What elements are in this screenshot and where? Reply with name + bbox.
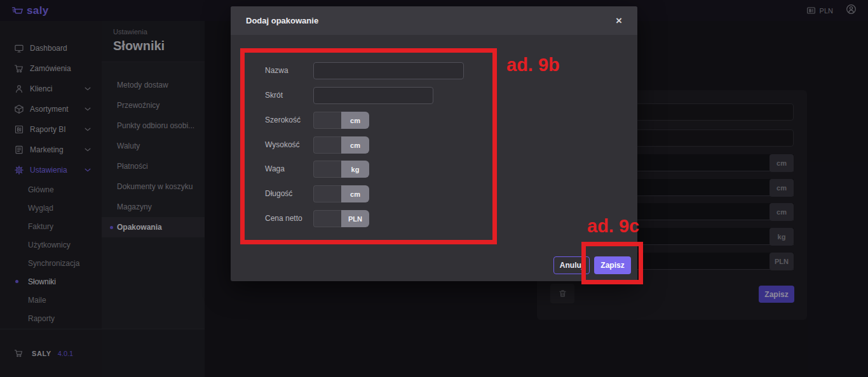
field-control: PLN [313,210,369,227]
field-label: Długość [265,185,292,202]
szerokosc-input[interactable] [313,112,341,129]
modal-field-wysokosc: Wysokośćcm [231,136,637,154]
modal-field-cena-netto: Cena nettoPLN [231,210,637,227]
waga-input[interactable] [313,161,341,178]
nazwa-input[interactable] [313,62,464,79]
skrot-input[interactable] [313,87,433,104]
add-packaging-modal: Dodaj opakowanie × NazwaSkrótSzerokośćcm… [231,6,637,281]
modal-close-icon[interactable]: × [616,15,622,26]
field-control: cm [313,112,369,129]
modal-field-szerokosc: Szerokośćcm [231,112,637,129]
unit-badge: cm [341,112,369,129]
cena-netto-input[interactable] [313,210,341,227]
modal-field-waga: Wagakg [231,161,637,178]
wysokosc-input[interactable] [313,136,341,154]
modal-field-dlugosc: Długośćcm [231,185,637,202]
unit-badge: kg [341,161,369,178]
save-button[interactable]: Zapisz [594,256,631,274]
field-label: Cena netto [265,210,302,227]
field-label: Wysokość [265,136,300,154]
field-label: Skrót [265,87,283,104]
unit-badge: cm [341,185,369,202]
field-control: kg [313,161,369,178]
field-label: Szerokość [265,112,301,129]
modal-field-skrot: Skrót [231,87,637,104]
unit-badge: PLN [341,210,369,227]
unit-badge: cm [341,136,369,154]
field-control: cm [313,185,369,202]
field-control [313,62,464,79]
dlugosc-input[interactable] [313,185,341,202]
field-control [313,87,433,104]
field-label: Waga [265,161,285,178]
field-control: cm [313,136,369,154]
modal-field-nazwa: Nazwa [231,62,637,79]
app-root: saly PLN DashboardZamówieniaKlienciAsort… [0,0,868,377]
modal-title: Dodaj opakowanie [246,16,318,25]
field-label: Nazwa [265,62,288,79]
cancel-button[interactable]: Anuluj [553,256,590,274]
modal-header: Dodaj opakowanie × [231,6,637,35]
